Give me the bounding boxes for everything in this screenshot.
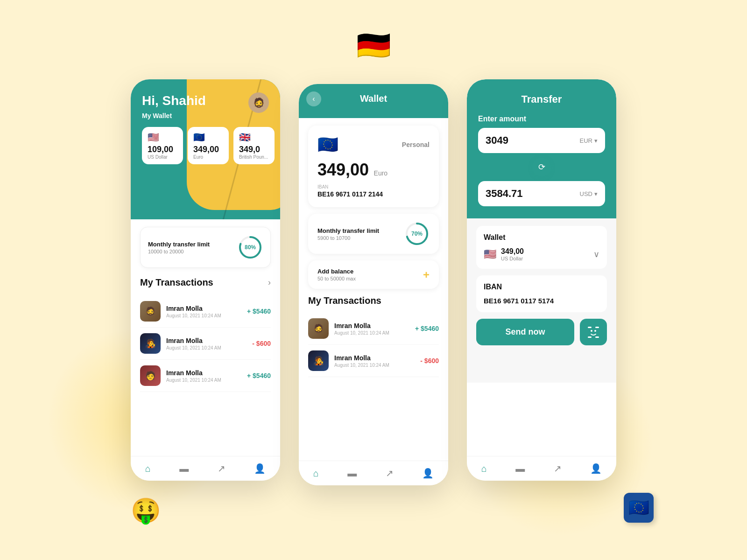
- p3-currency-to[interactable]: USD ▾: [580, 190, 598, 197]
- p2-back-button[interactable]: ‹: [306, 91, 321, 106]
- svg-rect-5: [595, 327, 599, 328]
- p2-add-plus-icon[interactable]: +: [423, 268, 430, 281]
- p1-limit-sub: 10000 to 20000: [148, 249, 210, 254]
- p3-amount-to[interactable]: 3584.71: [486, 188, 580, 200]
- p1-usd-amount: 109,00: [148, 145, 177, 154]
- p2-nav-transfer-icon[interactable]: ↗: [386, 468, 394, 479]
- p1-limit-title: Monthly transfer limit: [148, 241, 210, 248]
- p2-tx2-name: Imran Molla: [334, 354, 420, 362]
- p1-wallet-label: My Wallet: [142, 112, 269, 119]
- p3-nav-transfer-icon[interactable]: ↗: [554, 463, 562, 474]
- svg-point-8: [591, 330, 592, 332]
- p2-title: Wallet: [360, 93, 387, 104]
- p2-tx2-info: Imran Molla August 10, 2021 10:24 AM: [334, 354, 420, 368]
- svg-rect-7: [595, 336, 599, 338]
- p1-usd-currency: US Dollar: [148, 154, 177, 160]
- p2-body: 🇪🇺 Personal 349,00 Euro IBAN BE16 9671 0…: [299, 118, 448, 385]
- p3-amount-to-row: 3584.71 USD ▾: [478, 181, 605, 206]
- p2-tx1-name: Imran Molla: [334, 322, 415, 329]
- p1-wallet-eur[interactable]: 🇪🇺 349,00 Euro: [188, 127, 229, 164]
- send-now-button[interactable]: Send now: [476, 319, 574, 345]
- p3-wallet-section: Wallet 🇺🇸 349,00 US Dollar ∨: [476, 226, 607, 269]
- p2-nav-profile-icon[interactable]: 👤: [422, 468, 434, 479]
- p2-limit-sub: 5900 to 10700: [317, 235, 379, 241]
- p3-nav: ⌂ ▬ ↗ 👤: [467, 456, 616, 481]
- p1-nav-home-icon[interactable]: ⌂: [145, 463, 151, 474]
- svg-rect-4: [588, 327, 592, 328]
- p3-nav-card-icon[interactable]: ▬: [515, 463, 525, 474]
- p3-title: Transfer: [478, 93, 605, 105]
- p3-iban-section-label: IBAN: [484, 283, 599, 291]
- p1-nav: ⌂ ▬ ↗ 👤: [131, 456, 280, 481]
- p1-eur-flag: 🇪🇺: [193, 132, 223, 143]
- p2-tx1-date: August 10, 2021 10:24 AM: [334, 330, 415, 336]
- p2-tx2-avatar: 🧑‍🎤: [308, 350, 329, 371]
- p2-wallet-type: Personal: [402, 141, 430, 148]
- p2-transfer-limit: Monthly transfer limit 5900 to 10700 70%: [308, 214, 439, 254]
- p1-tx3-avatar: 🧑: [140, 365, 161, 386]
- p1-usd-flag: 🇺🇸: [148, 132, 177, 143]
- p1-tx1-amount: + $5460: [247, 308, 271, 315]
- p1-nav-profile-icon[interactable]: 👤: [254, 463, 266, 474]
- p3-face-id-button[interactable]: [580, 319, 607, 345]
- p1-wallets: 🇺🇸 109,00 US Dollar 🇪🇺 349,00 Euro 🇬🇧 34…: [142, 127, 269, 164]
- p2-wallet-amount: 349,00: [317, 160, 369, 179]
- p3-wallet-select[interactable]: 🇺🇸 349,00 US Dollar ∨: [484, 247, 599, 261]
- p1-avatar: 🧔: [248, 92, 269, 113]
- p1-header: Hi, Shahid 🧔 My Wallet 🇺🇸 109,00 US Doll…: [131, 79, 280, 219]
- p2-tx2-date: August 10, 2021 10:24 AM: [334, 363, 420, 368]
- p2-tx-item-2: 🧑‍🎤 Imran Molla August 10, 2021 10:24 AM…: [308, 345, 439, 377]
- p1-eur-currency: Euro: [193, 154, 223, 160]
- svg-point-9: [594, 330, 596, 332]
- p2-nav-card-icon[interactable]: ▬: [347, 468, 357, 479]
- p1-wallet-gbp[interactable]: 🇬🇧 349,0 British Poun...: [233, 127, 275, 164]
- p1-transactions-list: 🧔 Imran Molla August 10, 2021 10:24 AM +…: [140, 295, 271, 392]
- p2-tx-item-1: 🧔 Imran Molla August 10, 2021 10:24 AM +…: [308, 313, 439, 345]
- p1-gbp-flag: 🇬🇧: [239, 132, 269, 143]
- p1-tx3-amount: + $5460: [247, 372, 271, 379]
- phone-3: Transfer Enter amount 3049 EUR ▾ ⟳ 3584.…: [467, 79, 616, 481]
- p1-chevron-right-icon[interactable]: ›: [268, 278, 271, 287]
- german-flag-decoration: 🇩🇪: [356, 32, 391, 60]
- p2-add-balance[interactable]: Add balance 50 to 50000 max +: [308, 260, 439, 289]
- p2-progress-circle: 70%: [404, 221, 430, 246]
- p1-wallet-usd[interactable]: 🇺🇸 109,00 US Dollar: [142, 127, 183, 164]
- p2-limit-title: Monthly transfer limit: [317, 227, 379, 234]
- p1-tx3-info: Imran Molla August 10, 2021 10:24 AM: [166, 369, 247, 383]
- p1-tx1-avatar: 🧔: [140, 301, 161, 322]
- p2-wallet-currency: Euro: [374, 169, 388, 177]
- p2-nav-home-icon[interactable]: ⌂: [313, 468, 319, 479]
- p2-wallet-amount-row: 349,00 Euro: [317, 160, 430, 180]
- p3-swap-button[interactable]: ⟳: [532, 158, 551, 176]
- p3-amount-from[interactable]: 3049: [486, 134, 580, 147]
- p1-tx3-date: August 10, 2021 10:24 AM: [166, 378, 247, 383]
- p1-nav-card-icon[interactable]: ▬: [179, 463, 189, 474]
- money-emoji-decoration: 🤑: [131, 498, 161, 523]
- p2-iban-value: BE16 9671 0117 2144: [317, 190, 430, 198]
- p1-eur-amount: 349,00: [193, 145, 223, 154]
- p3-amount-from-row: 3049 EUR ▾: [478, 128, 605, 153]
- p1-tx2-avatar: 🧑‍🎤: [140, 333, 161, 354]
- p2-wallet-top: 🇪🇺 Personal: [317, 135, 430, 154]
- p1-tx-item-3: 🧑 Imran Molla August 10, 2021 10:24 AM +…: [140, 360, 271, 392]
- p1-tx3-name: Imran Molla: [166, 369, 247, 377]
- p1-nav-transfer-icon[interactable]: ↗: [218, 463, 226, 474]
- p3-enter-amount-label: Enter amount: [478, 115, 605, 123]
- p3-nav-home-icon[interactable]: ⌂: [481, 463, 487, 474]
- p3-wallet-currency: US Dollar: [501, 256, 524, 261]
- phone-2: ‹ Wallet 🇪🇺 Personal 349,00 Euro IBAN BE…: [299, 84, 448, 485]
- p1-transfer-limit: Monthly transfer limit 10000 to 20000 80…: [140, 227, 271, 268]
- p1-tx2-date: August 10, 2021 10:24 AM: [166, 345, 252, 350]
- p1-progress-pct: 80%: [245, 244, 256, 251]
- p3-currency-from[interactable]: EUR ▾: [580, 137, 598, 144]
- p3-wallet-left: 🇺🇸 349,00 US Dollar: [484, 247, 524, 261]
- p1-tx-item-2: 🧑‍🎤 Imran Molla August 10, 2021 10:24 AM…: [140, 328, 271, 360]
- eu-flag-cube: 🇪🇺: [624, 493, 654, 523]
- phone-1: Hi, Shahid 🧔 My Wallet 🇺🇸 109,00 US Doll…: [131, 79, 280, 481]
- p1-tx1-info: Imran Molla August 10, 2021 10:24 AM: [166, 305, 247, 318]
- p2-tx1-amount: + $5460: [415, 325, 439, 332]
- p1-body: Monthly transfer limit 10000 to 20000 80…: [131, 219, 280, 399]
- p2-iban-label: IBAN: [317, 184, 430, 189]
- p3-nav-profile-icon[interactable]: 👤: [590, 463, 602, 474]
- svg-rect-6: [588, 336, 592, 338]
